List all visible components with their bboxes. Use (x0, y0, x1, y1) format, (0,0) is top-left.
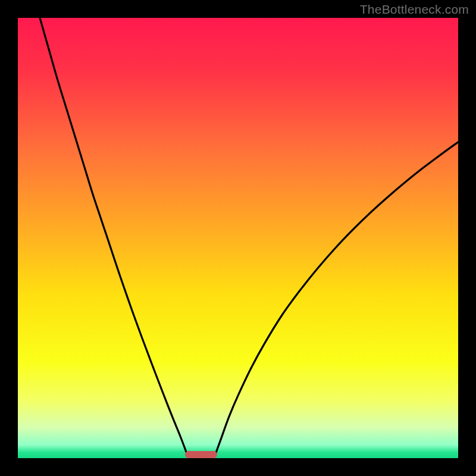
left-curve (40, 18, 187, 455)
bottleneck-marker (185, 451, 217, 458)
right-curve (215, 142, 458, 455)
curves-layer (18, 18, 458, 458)
chart-frame: TheBottleneck.com (0, 0, 476, 476)
plot-area (18, 18, 458, 458)
watermark-text: TheBottleneck.com (360, 2, 469, 17)
